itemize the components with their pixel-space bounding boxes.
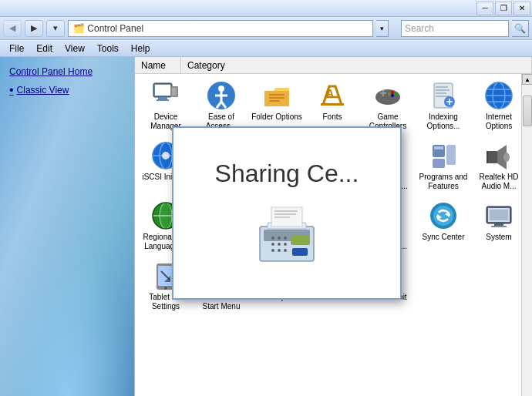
icon-indexing-options[interactable]: Indexing Options... bbox=[416, 77, 471, 137]
column-headers: Name Category bbox=[135, 57, 532, 74]
sidebar-bg bbox=[0, 242, 134, 396]
address-field[interactable]: 🗂️ Control Panel bbox=[68, 20, 373, 37]
fonts-icon: A bbox=[317, 80, 348, 111]
menu-file[interactable]: File bbox=[3, 42, 30, 55]
address-arrow[interactable]: ▾ bbox=[376, 20, 389, 37]
svg-rect-13 bbox=[269, 97, 285, 99]
svg-rect-57 bbox=[488, 151, 497, 163]
popup-icon bbox=[248, 196, 325, 267]
dropdown-button[interactable]: ▾ bbox=[46, 20, 65, 37]
scrollbar[interactable]: ▲ ▼ bbox=[521, 74, 532, 396]
icon-sync-center[interactable]: Sync Center bbox=[416, 197, 471, 257]
svg-rect-3 bbox=[157, 99, 169, 101]
sidebar: Control Panel Home Classic View bbox=[0, 57, 135, 396]
popup-title: Sharing Ce... bbox=[215, 159, 359, 188]
restore-button[interactable]: ❐ bbox=[495, 2, 512, 15]
folder-options-icon bbox=[261, 80, 292, 111]
svg-rect-55 bbox=[446, 145, 456, 165]
svg-point-17 bbox=[375, 89, 400, 105]
realtek-hd-label: Realtek HD Audio M... bbox=[473, 173, 525, 191]
address-icon: 🗂️ bbox=[73, 23, 85, 34]
search-icon: 🔍 bbox=[514, 23, 526, 34]
close-button[interactable]: ✕ bbox=[513, 2, 530, 15]
col-header-name[interactable]: Name bbox=[135, 57, 181, 73]
svg-rect-1 bbox=[155, 85, 170, 96]
icon-internet-options[interactable]: Internet Options bbox=[471, 77, 527, 137]
svg-point-59 bbox=[503, 153, 510, 162]
address-bar: ◀ ▶ ▾ 🗂️ Control Panel ▾ Search 🔍 bbox=[0, 17, 532, 40]
svg-rect-107 bbox=[274, 210, 298, 212]
minimize-button[interactable]: ─ bbox=[476, 2, 493, 15]
svg-point-113 bbox=[271, 243, 274, 246]
indexing-options-icon bbox=[428, 80, 459, 111]
svg-rect-109 bbox=[274, 216, 290, 218]
svg-point-117 bbox=[278, 249, 281, 252]
svg-rect-26 bbox=[436, 89, 450, 91]
menu-edit[interactable]: Edit bbox=[30, 42, 59, 55]
svg-point-114 bbox=[278, 243, 281, 246]
search-button[interactable]: 🔍 bbox=[512, 20, 529, 37]
fonts-label: Fonts bbox=[322, 112, 342, 122]
sync-center-label: Sync Center bbox=[422, 233, 464, 242]
svg-rect-27 bbox=[436, 92, 446, 94]
address-text: Control Panel bbox=[87, 23, 143, 34]
svg-text:A: A bbox=[326, 87, 334, 99]
main-layout: Control Panel Home Classic View Name Cat… bbox=[0, 57, 532, 396]
programs-features-label: Programs and Features bbox=[417, 173, 470, 191]
content-area: Name Category Device Manager bbox=[135, 57, 532, 396]
internet-options-icon bbox=[483, 80, 514, 111]
svg-rect-12 bbox=[269, 94, 285, 96]
svg-point-21 bbox=[394, 92, 397, 96]
svg-point-115 bbox=[284, 243, 287, 246]
menu-help[interactable]: Help bbox=[125, 42, 157, 55]
menu-tools[interactable]: Tools bbox=[91, 42, 125, 55]
scroll-up-button[interactable]: ▲ bbox=[522, 74, 532, 85]
forward-button[interactable]: ▶ bbox=[25, 20, 43, 37]
svg-point-116 bbox=[271, 249, 274, 252]
title-bar: ─ ❐ ✕ bbox=[0, 0, 532, 17]
svg-rect-54 bbox=[433, 159, 445, 168]
svg-point-43 bbox=[162, 152, 170, 159]
svg-point-112 bbox=[284, 237, 287, 240]
icon-realtek-hd[interactable]: Realtek HD Audio M... bbox=[471, 137, 527, 197]
system-icon bbox=[483, 200, 514, 231]
svg-rect-19 bbox=[382, 90, 384, 96]
col-header-category[interactable]: Category bbox=[181, 57, 532, 73]
svg-point-118 bbox=[284, 249, 287, 252]
search-box[interactable]: Search bbox=[401, 20, 509, 37]
svg-rect-120 bbox=[292, 248, 308, 256]
back-button[interactable]: ◀ bbox=[3, 20, 22, 37]
sync-center-icon bbox=[428, 200, 459, 231]
scroll-thumb[interactable] bbox=[523, 96, 532, 126]
svg-point-22 bbox=[391, 94, 394, 97]
svg-point-88 bbox=[164, 287, 167, 290]
programs-features-icon bbox=[428, 140, 459, 171]
folder-options-label: Folder Options bbox=[251, 112, 302, 122]
sharing-center-popup: Sharing Ce... bbox=[172, 126, 402, 300]
svg-rect-5 bbox=[172, 88, 177, 96]
search-placeholder: Search bbox=[405, 23, 434, 34]
realtek-hd-icon bbox=[483, 140, 514, 171]
svg-point-110 bbox=[271, 237, 274, 240]
svg-rect-56 bbox=[434, 146, 443, 149]
svg-rect-85 bbox=[490, 210, 508, 220]
menu-bar: File Edit View Tools Help bbox=[0, 40, 532, 57]
game-controllers-icon bbox=[372, 80, 403, 111]
window-controls: ─ ❐ ✕ bbox=[476, 2, 530, 15]
svg-rect-25 bbox=[436, 86, 448, 88]
menu-view[interactable]: View bbox=[59, 42, 91, 55]
svg-rect-2 bbox=[158, 97, 167, 99]
sidebar-classic-view[interactable]: Classic View bbox=[0, 80, 134, 100]
sidebar-control-panel-home[interactable]: Control Panel Home bbox=[0, 63, 134, 80]
ease-of-access-icon bbox=[206, 80, 237, 111]
indexing-options-label: Indexing Options... bbox=[417, 112, 470, 131]
device-manager-icon bbox=[150, 80, 181, 111]
svg-point-23 bbox=[388, 92, 391, 96]
svg-rect-83 bbox=[494, 223, 503, 226]
icon-programs-features[interactable]: Programs and Features bbox=[416, 137, 471, 197]
svg-rect-84 bbox=[491, 226, 507, 227]
icon-system[interactable]: System bbox=[471, 197, 527, 257]
svg-point-20 bbox=[391, 91, 394, 94]
svg-rect-14 bbox=[269, 100, 280, 102]
svg-rect-108 bbox=[274, 213, 296, 215]
